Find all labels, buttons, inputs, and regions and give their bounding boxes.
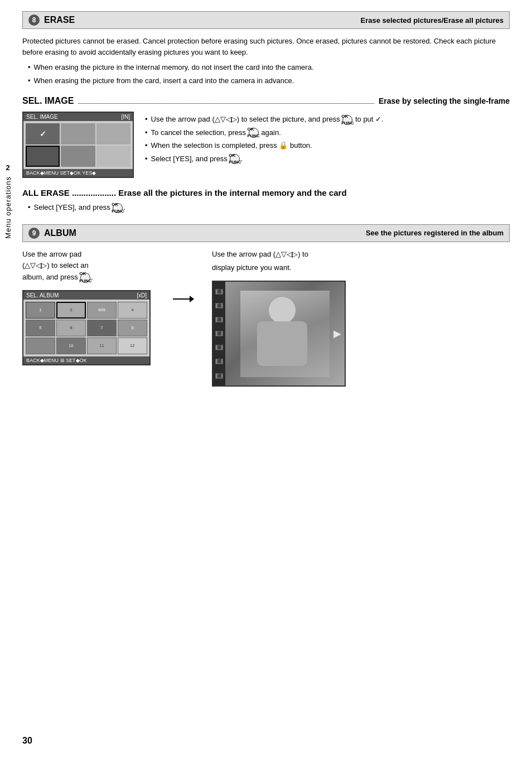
album-cell-1: 1 bbox=[26, 302, 55, 319]
album-right-text-2: display picture you want. bbox=[212, 262, 510, 274]
erase-bullet-2: • When erasing the picture from the card… bbox=[28, 75, 510, 86]
bullet-dot-instr-1: • bbox=[145, 114, 148, 125]
erase-bullet-list: • When erasing the picture in the intern… bbox=[28, 62, 510, 86]
screen-cell-3 bbox=[96, 123, 130, 144]
photo-child-figure bbox=[240, 291, 330, 377]
page-container: 2 Menu operations 8 ERASE Erase selected… bbox=[0, 0, 532, 757]
main-content: 8 ERASE Erase selected pictures/Erase al… bbox=[22, 11, 515, 387]
sel-image-screen-titlebar: SEL. IMAGE [IN] bbox=[23, 113, 133, 121]
sel-image-screen-bottom: BACK◆MENU SET◆OK YES◆ bbox=[23, 169, 133, 177]
erase-section-title: ERASE bbox=[44, 15, 360, 25]
bullet-dot-instr-2: • bbox=[145, 127, 148, 138]
album-right-col: Use the arrow pad (△▽◁▷) to display pict… bbox=[212, 249, 510, 387]
album-titlebar: SEL. ALBUM [xD] bbox=[23, 291, 149, 300]
album-cell-9 bbox=[26, 337, 55, 354]
album-screen-bottom: BACK◆MENU ⊞ SET◆OK bbox=[23, 356, 149, 364]
bullet-dot-instr-3: • bbox=[145, 140, 148, 151]
album-section-header: 9 ALBUM See the pictures registered in t… bbox=[22, 224, 510, 242]
photo-right-arrow-icon: ▶ bbox=[333, 327, 341, 340]
sel-image-screen-title: SEL. IMAGE bbox=[26, 114, 58, 120]
album-cell-8: 8 bbox=[118, 320, 147, 336]
album-section-title: ALBUM bbox=[44, 228, 366, 238]
all-erase-subtitle: Erase all the pictures in the internal m… bbox=[118, 188, 346, 197]
album-right-text-1: Use the arrow pad (△▽◁▷) to bbox=[212, 249, 510, 261]
screen-cell-2 bbox=[61, 123, 95, 144]
erase-body-text: Protected pictures cannot be erased. Can… bbox=[22, 36, 510, 57]
album-cell-3: MIll bbox=[87, 302, 117, 319]
album-bottom-text: BACK◆MENU ⊞ SET◆OK bbox=[26, 358, 87, 363]
strip-icon-4: ⬛ bbox=[215, 331, 223, 336]
strip-icon-2: ⬛ bbox=[215, 303, 223, 308]
photo-left-strip: ⬛ ⬛ ⬛ ⬛ ⬛ ⬛ ⬛ bbox=[213, 282, 225, 385]
sel-image-content: SEL. IMAGE [IN] BACK◆MENU SET◆OK YES◆ bbox=[22, 112, 510, 178]
sel-image-screen-tag: [IN] bbox=[121, 114, 130, 120]
album-screen: SEL. ALBUM [xD] 1 2 MIll 4 5 6 7 bbox=[22, 290, 151, 365]
album-left-text-3: album, and press OKFUNC. bbox=[22, 272, 156, 283]
screen-cell-4 bbox=[26, 146, 60, 167]
album-left-text-1: Use the arrow pad bbox=[22, 249, 156, 261]
all-erase-title: ALL ERASE bbox=[22, 188, 70, 197]
album-cell-5: 5 bbox=[26, 320, 55, 336]
sel-image-subtitle: Erase by selecting the single-frame bbox=[379, 97, 510, 105]
sel-instr-text-4: Select [YES], and press OKFUNC. bbox=[151, 153, 243, 165]
right-arrow-icon bbox=[173, 293, 195, 305]
screen-cell-6 bbox=[96, 146, 130, 167]
page-number: 30 bbox=[22, 736, 32, 746]
strip-icon-7: ⬛ bbox=[215, 373, 223, 379]
bullet-dot-2: • bbox=[28, 75, 31, 86]
sel-instr-text-2: To cancel the selection, press OKFUNC ag… bbox=[151, 127, 281, 138]
album-screen-tag: [xD] bbox=[137, 292, 147, 298]
sel-instr-4: • Select [YES], and press OKFUNC. bbox=[145, 153, 510, 165]
child-head bbox=[268, 296, 296, 324]
album-cell-2: 2 bbox=[56, 302, 86, 319]
album-cell-11: 11 bbox=[87, 337, 117, 354]
strip-icon-1: ⬛ bbox=[215, 289, 223, 295]
all-erase-header: ALL ERASE ................... Erase all … bbox=[22, 188, 510, 197]
dotted-line bbox=[78, 103, 374, 104]
side-label-text: Menu operations bbox=[4, 176, 12, 239]
sel-instr-text-3: When the selection is completed, press 🔒… bbox=[151, 140, 312, 151]
ok-icon-1: OKFUNC bbox=[342, 115, 352, 125]
all-erase-bullet: • bbox=[28, 202, 31, 213]
sel-image-bullets: • Use the arrow pad (△▽◁▷) to select the… bbox=[145, 114, 510, 164]
album-arrow-container bbox=[167, 293, 201, 305]
album-section-subtitle: See the pictures registered in the album bbox=[366, 229, 504, 237]
sel-image-instructions-col: • Use the arrow pad (△▽◁▷) to select the… bbox=[145, 112, 510, 178]
sel-image-screen: SEL. IMAGE [IN] BACK◆MENU SET◆OK YES◆ bbox=[22, 112, 134, 178]
sel-image-title: SEL. IMAGE bbox=[22, 96, 74, 106]
album-left-col: Use the arrow pad (△▽◁▷) to select an al… bbox=[22, 249, 156, 365]
side-label-number: 2 bbox=[6, 163, 9, 172]
album-cell-12: 12 bbox=[118, 337, 147, 354]
sel-instr-2: • To cancel the selection, press OKFUNC … bbox=[145, 127, 510, 138]
sel-instr-text-1: Use the arrow pad (△▽◁▷) to select the p… bbox=[151, 114, 384, 125]
photo-main bbox=[225, 282, 345, 385]
erase-section-header: 8 ERASE Erase selected pictures/Erase al… bbox=[22, 11, 510, 29]
strip-icon-5: ⬛ bbox=[215, 345, 223, 350]
bullet-dot-1: • bbox=[28, 62, 31, 73]
photo-display: ⬛ ⬛ ⬛ ⬛ ⬛ ⬛ ⬛ bbox=[212, 281, 346, 387]
ok-icon-album: OKFUNC bbox=[80, 273, 90, 283]
strip-icon-3: ⬛ bbox=[215, 317, 223, 322]
child-body bbox=[257, 321, 307, 366]
all-erase-dots: ................... bbox=[72, 188, 116, 197]
album-section-number: 9 bbox=[28, 228, 40, 239]
sel-image-grid bbox=[23, 121, 133, 169]
side-label: 2 Menu operations bbox=[0, 112, 16, 290]
sel-image-screen-col: SEL. IMAGE [IN] BACK◆MENU SET◆OK YES◆ bbox=[22, 112, 134, 178]
strip-icon-6: ⬛ bbox=[215, 359, 223, 364]
album-cell-4: 4 bbox=[118, 302, 147, 319]
erase-section-number: 8 bbox=[28, 15, 40, 26]
sel-instr-1: • Use the arrow pad (△▽◁▷) to select the… bbox=[145, 114, 510, 125]
erase-section-subtitle: Erase selected pictures/Erase all pictur… bbox=[360, 16, 504, 25]
album-cell-7: 7 bbox=[87, 320, 117, 336]
sel-image-bottom-text: BACK◆MENU SET◆OK YES◆ bbox=[26, 170, 96, 176]
ok-icon-4: OKFUNC bbox=[230, 154, 240, 164]
sel-instr-3: • When the selection is completed, press… bbox=[145, 140, 510, 151]
album-cell-10: 10 bbox=[56, 337, 86, 354]
erase-bullet-1: • When erasing the picture in the intern… bbox=[28, 62, 510, 73]
all-erase-instruction-text: Select [YES], and press OKFUNC. bbox=[34, 202, 126, 213]
album-cell-6: 6 bbox=[56, 320, 86, 336]
ok-icon-2: OKFUNC bbox=[249, 128, 259, 138]
ok-icon-all-erase: OKFUNC bbox=[113, 203, 123, 213]
album-content: Use the arrow pad (△▽◁▷) to select an al… bbox=[22, 249, 510, 387]
